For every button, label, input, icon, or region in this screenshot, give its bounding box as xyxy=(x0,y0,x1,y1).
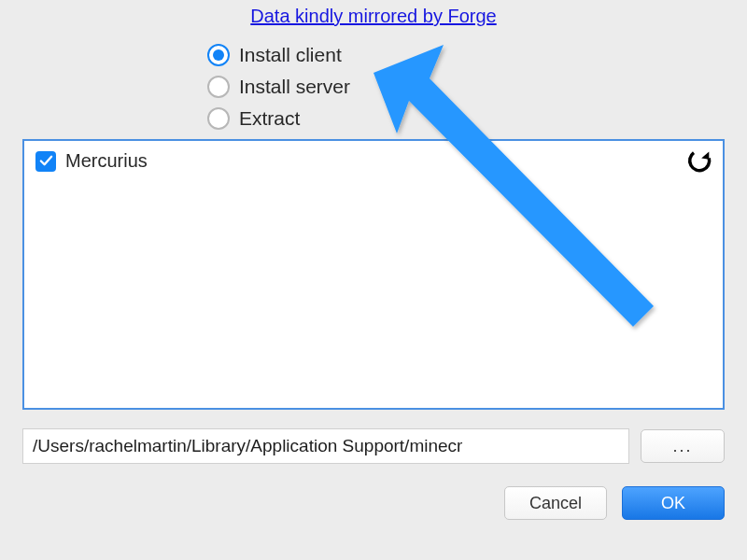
radio-icon xyxy=(207,44,230,66)
radio-label: Extract xyxy=(239,107,300,130)
install-path-input[interactable] xyxy=(22,428,629,464)
radio-label: Install client xyxy=(239,44,342,66)
radio-extract[interactable]: Extract xyxy=(207,107,747,130)
install-mode-radio-group: Install client Install server Extract xyxy=(207,44,747,130)
radio-label: Install server xyxy=(239,76,350,98)
refresh-icon[interactable] xyxy=(687,148,713,175)
path-row: ... xyxy=(22,428,725,464)
radio-icon xyxy=(207,76,230,98)
ok-button[interactable]: OK xyxy=(622,486,725,520)
list-item[interactable]: Mercurius xyxy=(24,141,723,181)
cancel-button[interactable]: Cancel xyxy=(504,486,607,520)
radio-icon xyxy=(207,107,230,130)
browse-button[interactable]: ... xyxy=(641,429,725,463)
checkbox-icon[interactable] xyxy=(35,151,56,172)
list-item-label: Mercurius xyxy=(65,150,148,172)
dialog-buttons: Cancel OK xyxy=(22,486,725,520)
radio-install-server[interactable]: Install server xyxy=(207,76,747,98)
radio-install-client[interactable]: Install client xyxy=(207,44,747,66)
mirror-link[interactable]: Data kindly mirrored by Forge xyxy=(0,0,747,27)
options-list[interactable]: Mercurius xyxy=(22,139,725,410)
